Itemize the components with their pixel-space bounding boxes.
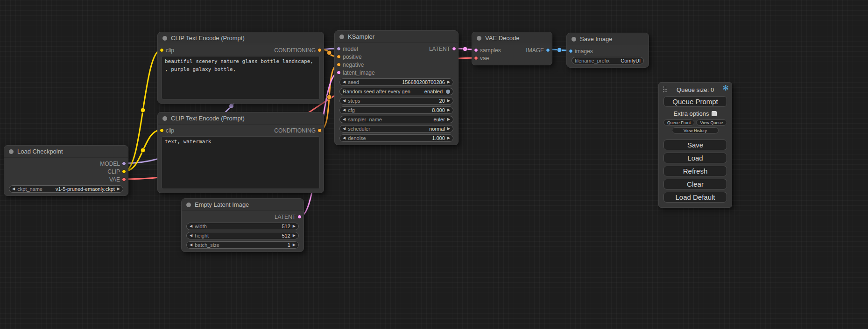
- positive-prompt-textarea[interactable]: beautiful scenery nature glass bottle la…: [162, 56, 320, 99]
- input-label: latent_image: [343, 70, 375, 76]
- ckpt-name-widget[interactable]: ◀ ckpt_name v1-5-pruned-emaonly.ckpt ▶: [9, 185, 123, 193]
- decrement-arrow-icon[interactable]: ◀: [190, 234, 192, 238]
- clear-button[interactable]: Clear: [663, 179, 727, 189]
- widget-label: seed: [348, 79, 359, 85]
- increment-arrow-icon[interactable]: ▶: [447, 108, 450, 112]
- node-clip-text-encode-negative[interactable]: CLIP Text Encode (Prompt) clip CONDITION…: [157, 112, 324, 193]
- increment-arrow-icon[interactable]: ▶: [447, 136, 450, 140]
- link-midpoint-dot: [463, 47, 467, 51]
- filename-prefix-widget[interactable]: filename_prefix ComfyUI: [572, 57, 644, 64]
- queue-prompt-button[interactable]: Queue Prompt: [663, 96, 727, 107]
- decrement-arrow-icon[interactable]: ◀: [343, 99, 346, 103]
- model-output-port[interactable]: [122, 161, 126, 166]
- slot-row: images: [567, 47, 649, 55]
- node-save-image[interactable]: Save Image images filename_prefix ComfyU…: [566, 33, 649, 68]
- increment-arrow-icon[interactable]: ▶: [293, 224, 296, 228]
- positive-input-port[interactable]: [337, 55, 341, 59]
- widget-value: 1: [288, 242, 290, 248]
- width-widget[interactable]: ◀ width 512 ▶: [186, 223, 299, 230]
- node-title-bar[interactable]: Save Image: [567, 33, 649, 45]
- widget-value: 1.000: [432, 135, 445, 141]
- node-empty-latent-image[interactable]: Empty Latent Image LATENT ◀ width 512 ▶ …: [181, 198, 304, 252]
- sampler-name-widget[interactable]: ◀ sampler_name euler ▶: [339, 116, 453, 123]
- node-title-bar[interactable]: CLIP Text Encode (Prompt): [158, 32, 324, 44]
- negative-prompt-textarea[interactable]: text, watermark: [162, 136, 320, 189]
- steps-widget[interactable]: ◀ steps 20 ▶: [339, 97, 453, 105]
- widget-label: denoise: [348, 135, 366, 141]
- negative-input-port[interactable]: [337, 63, 341, 67]
- batch-size-widget[interactable]: ◀ batch_size 1 ▶: [186, 241, 299, 249]
- clip-output-port[interactable]: [122, 169, 126, 174]
- save-button[interactable]: Save: [663, 140, 727, 150]
- load-default-button[interactable]: Load Default: [663, 192, 727, 203]
- extra-options-checkbox[interactable]: [712, 111, 717, 116]
- clip-input-port[interactable]: [160, 48, 164, 52]
- load-button[interactable]: Load: [663, 153, 727, 163]
- increment-arrow-icon[interactable]: ▶: [447, 80, 450, 84]
- decrement-arrow-icon[interactable]: ◀: [343, 80, 346, 84]
- increment-arrow-icon[interactable]: ▶: [293, 243, 296, 247]
- node-ksampler[interactable]: KSampler model LATENT positive negative …: [334, 30, 459, 145]
- collapse-dot-icon[interactable]: [186, 203, 191, 207]
- slot-row: clip CONDITIONING: [158, 126, 324, 134]
- cfg-widget[interactable]: ◀ cfg 8.000 ▶: [339, 106, 453, 114]
- seed-widget[interactable]: ◀ seed 156680208700286 ▶: [339, 78, 453, 86]
- conditioning-output-port[interactable]: [318, 48, 322, 52]
- latent-output-port[interactable]: [297, 215, 302, 219]
- clip-input-port[interactable]: [160, 128, 164, 133]
- widget-value: 512: [282, 224, 290, 229]
- queue-front-button[interactable]: Queue Front: [663, 119, 694, 126]
- widget-value: euler: [433, 117, 445, 122]
- output-slot-vae: VAE: [4, 175, 128, 183]
- decrement-arrow-icon[interactable]: ◀: [190, 224, 192, 228]
- decrement-arrow-icon[interactable]: ◀: [343, 136, 346, 140]
- collapse-dot-icon[interactable]: [9, 149, 14, 154]
- toggle-knob-icon[interactable]: [446, 90, 450, 94]
- node-title-bar[interactable]: CLIP Text Encode (Prompt): [158, 112, 324, 125]
- node-title-bar[interactable]: KSampler: [335, 31, 458, 43]
- vae-output-port[interactable]: [122, 177, 126, 182]
- refresh-button[interactable]: Refresh: [663, 166, 727, 176]
- collapse-dot-icon[interactable]: [477, 36, 481, 41]
- samples-input-port[interactable]: [474, 48, 478, 52]
- node-title-bar[interactable]: Load Checkpoint: [4, 146, 128, 158]
- collapse-dot-icon[interactable]: [572, 37, 576, 42]
- node-vae-decode[interactable]: VAE Decode samples IMAGE vae: [472, 32, 552, 65]
- drag-handle-icon[interactable]: [663, 86, 667, 93]
- increment-arrow-icon[interactable]: ▶: [293, 234, 296, 238]
- settings-gear-icon[interactable]: ✻: [723, 84, 729, 92]
- decrement-arrow-icon[interactable]: ◀: [190, 243, 192, 247]
- collapse-dot-icon[interactable]: [339, 35, 344, 39]
- random-seed-toggle-widget[interactable]: Random seed after every gen enabled: [339, 88, 453, 95]
- conditioning-output-port[interactable]: [318, 128, 322, 133]
- prev-arrow-icon[interactable]: ◀: [343, 118, 346, 121]
- output-slot-model: MODEL: [4, 160, 128, 168]
- view-history-button[interactable]: View History: [672, 127, 719, 133]
- queue-menu-panel[interactable]: Queue size: 0 ✻ Queue Prompt Extra optio…: [658, 82, 732, 208]
- scheduler-widget[interactable]: ◀ scheduler normal ▶: [339, 125, 453, 133]
- latent-output-port[interactable]: [452, 47, 456, 51]
- height-widget[interactable]: ◀ height 512 ▶: [186, 232, 299, 239]
- vae-input-port[interactable]: [474, 56, 478, 60]
- next-arrow-icon[interactable]: ▶: [447, 118, 450, 121]
- denoise-widget[interactable]: ◀ denoise 1.000 ▶: [339, 134, 453, 142]
- image-output-port[interactable]: [546, 48, 550, 52]
- workflow-canvas[interactable]: Load Checkpoint MODEL CLIP VAE ◀ ckpt_na…: [0, 0, 868, 329]
- node-title: Load Checkpoint: [17, 148, 63, 155]
- decrement-arrow-icon[interactable]: ◀: [343, 108, 346, 112]
- node-load-checkpoint[interactable]: Load Checkpoint MODEL CLIP VAE ◀ ckpt_na…: [4, 145, 128, 196]
- collapse-dot-icon[interactable]: [162, 116, 167, 121]
- prev-arrow-icon[interactable]: ◀: [343, 127, 346, 131]
- view-queue-button[interactable]: View Queue: [696, 119, 727, 126]
- node-clip-text-encode-positive[interactable]: CLIP Text Encode (Prompt) clip CONDITION…: [157, 32, 324, 104]
- images-input-port[interactable]: [569, 49, 573, 53]
- node-title-bar[interactable]: VAE Decode: [472, 32, 552, 44]
- collapse-dot-icon[interactable]: [162, 36, 167, 41]
- next-arrow-icon[interactable]: ▶: [447, 127, 450, 131]
- next-arrow-icon[interactable]: ▶: [117, 187, 120, 191]
- increment-arrow-icon[interactable]: ▶: [447, 99, 450, 103]
- model-input-port[interactable]: [337, 47, 341, 51]
- latent-image-input-port[interactable]: [337, 70, 341, 75]
- node-title-bar[interactable]: Empty Latent Image: [182, 199, 303, 211]
- prev-arrow-icon[interactable]: ◀: [12, 187, 15, 191]
